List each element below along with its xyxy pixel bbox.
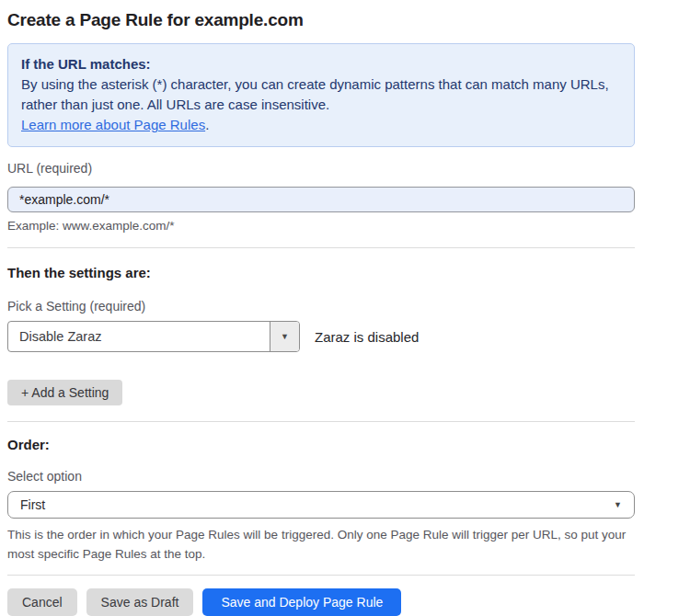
- page-title: Create a Page Rule for example.com: [7, 10, 683, 30]
- caret-down-icon: ▼: [281, 332, 289, 341]
- url-input[interactable]: [7, 187, 635, 212]
- pick-setting-label: Pick a Setting (required): [7, 299, 635, 314]
- order-select[interactable]: First ▼: [7, 491, 635, 519]
- caret-down-icon: ▼: [614, 500, 622, 509]
- setting-select-arrow-button[interactable]: ▼: [270, 322, 299, 351]
- cancel-button[interactable]: Cancel: [7, 588, 77, 616]
- settings-section-heading: Then the settings are:: [7, 265, 635, 280]
- order-helper-text: This is the order in which your Page Rul…: [7, 525, 629, 564]
- info-box-heading: If the URL matches:: [21, 54, 621, 74]
- info-box-body: By using the asterisk (*) character, you…: [21, 74, 621, 115]
- order-section-heading: Order:: [7, 437, 635, 452]
- order-select-value: First: [20, 497, 45, 512]
- setting-select-value: Disable Zaraz: [8, 322, 270, 351]
- divider: [7, 421, 635, 422]
- save-as-draft-button[interactable]: Save as Draft: [86, 588, 194, 616]
- learn-more-link[interactable]: Learn more about Page Rules: [21, 117, 205, 132]
- order-select-label: Select option: [7, 469, 635, 484]
- link-suffix: .: [205, 117, 209, 132]
- info-link-line: Learn more about Page Rules.: [21, 115, 621, 135]
- page-rule-form: Create a Page Rule for example.com If th…: [0, 0, 690, 616]
- url-example: Example: www.example.com/*: [7, 219, 635, 233]
- add-setting-button[interactable]: + Add a Setting: [7, 380, 122, 405]
- setting-select[interactable]: Disable Zaraz ▼: [7, 321, 300, 352]
- url-label: URL (required): [7, 161, 635, 176]
- setting-status-text: Zaraz is disabled: [315, 329, 419, 345]
- url-match-info-box: If the URL matches: By using the asteris…: [7, 43, 635, 147]
- divider: [7, 247, 635, 248]
- divider: [7, 575, 635, 576]
- save-and-deploy-button[interactable]: Save and Deploy Page Rule: [202, 588, 401, 616]
- form-actions: Cancel Save as Draft Save and Deploy Pag…: [7, 588, 635, 616]
- setting-row: Disable Zaraz ▼ Zaraz is disabled: [7, 321, 635, 352]
